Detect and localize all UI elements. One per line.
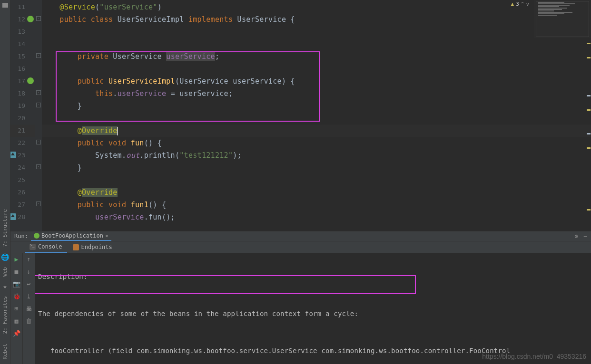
code-line: System.out.println("test121212"); — [42, 149, 591, 162]
gear-icon[interactable]: ⚙ — [575, 233, 578, 239]
close-icon[interactable]: × — [105, 233, 108, 239]
sidebar-tab-favorites[interactable]: 2: Favorites — [1, 293, 9, 336]
wrap-icon[interactable]: ↩ — [25, 280, 33, 287]
inspection-indicators[interactable]: ▲ 3 ^ v — [511, 1, 530, 7]
console-line: Description: — [38, 270, 588, 283]
code-line: private UserService userService; — [42, 50, 591, 63]
code-line: public UserServiceImpl(UserService userS… — [42, 75, 591, 87]
code-line: } — [42, 100, 591, 112]
code-line: public void fun() { — [42, 137, 591, 149]
warning-icon: ▲ — [511, 1, 514, 7]
globe-icon[interactable]: 🌐 — [2, 254, 9, 260]
console-line: The dependencies of some of the beans in… — [38, 307, 588, 320]
code-line: } — [42, 162, 591, 174]
code-line: this.userService = userService; — [42, 87, 591, 100]
code-line — [42, 26, 591, 38]
code-line — [42, 174, 591, 186]
fold-marker-icon[interactable]: - — [36, 90, 41, 95]
run-tab-bootfoo[interactable]: BootFooApplication × — [31, 231, 111, 241]
bug-icon[interactable]: 🐞 — [13, 292, 20, 300]
code-line — [42, 63, 591, 75]
spring-bean-icon[interactable] — [27, 77, 34, 84]
rerun-button[interactable]: ▶ — [13, 255, 20, 263]
stop-button[interactable]: ■ — [13, 268, 20, 275]
project-icon[interactable] — [2, 2, 9, 9]
fold-marker-icon[interactable]: - — [36, 140, 41, 144]
trash-icon[interactable]: 🗑 — [25, 317, 33, 325]
run-sub-tabs: Console Endpoints — [10, 241, 591, 253]
spring-icon — [34, 233, 39, 239]
console-line: fooController (field com.simonking.ws.bo… — [38, 345, 588, 357]
minimap[interactable] — [534, 0, 591, 38]
layout-icon[interactable]: ⊞ — [13, 305, 20, 312]
line-number-gutter[interactable]: 11 12 13 14 15 16 17 18 19 20 21 22 23 2… — [10, 0, 35, 231]
svg-rect-0 — [2, 3, 8, 8]
print-icon[interactable]: 🖶 — [25, 305, 33, 312]
editor-area: ▲ 3 ^ v 11 12 — [10, 0, 591, 231]
fold-marker-icon[interactable]: - — [36, 103, 41, 107]
fold-marker-icon[interactable]: - — [36, 53, 41, 58]
camera-icon[interactable]: 📷 — [13, 280, 20, 287]
console-output[interactable]: Description: The dependencies of some of… — [35, 253, 591, 364]
run-tab-label: BootFooApplication — [41, 232, 103, 239]
run-toolbar-primary: ▶ ■ 📷 🐞 ⊞ ▦ 📌 — [10, 253, 23, 364]
down-arrow-icon[interactable]: ↓ — [25, 268, 33, 275]
fold-marker-icon[interactable]: - — [36, 16, 41, 21]
endpoints-icon — [73, 244, 79, 250]
code-line — [42, 112, 591, 125]
up-arrow-icon[interactable]: ↑ — [25, 255, 33, 263]
run-label: Run: — [14, 233, 28, 239]
main-column: ▲ 3 ^ v 11 12 — [10, 0, 591, 364]
sidebar-tab-web[interactable]: Web — [1, 264, 9, 279]
hide-icon[interactable]: — — [584, 233, 587, 239]
sidebar-tab-rebel[interactable]: Rebel — [1, 341, 9, 362]
warning-count: 3 — [516, 1, 519, 7]
code-line: @Override — [42, 186, 591, 199]
run-body: ▶ ■ 📷 🐞 ⊞ ▦ 📌 ↑ ↓ ↩ ⤓ 🖶 🗑 Description: T… — [10, 253, 591, 364]
code-line: @Override — [42, 125, 591, 137]
run-toolbar-secondary: ↑ ↓ ↩ ⤓ 🖶 🗑 — [23, 253, 35, 364]
expand-icon[interactable]: v — [526, 1, 529, 7]
fold-marker-icon[interactable]: - — [36, 201, 41, 206]
fold-column[interactable]: - - - - - - - — [35, 0, 42, 231]
run-panel: Run: BootFooApplication × ⚙ — Console En… — [10, 231, 591, 364]
code-line: public void fun1() { — [42, 199, 591, 211]
code-line — [42, 38, 591, 50]
layout2-icon[interactable]: ▦ — [13, 317, 20, 325]
pin-icon[interactable]: 📌 — [13, 329, 20, 337]
scroll-icon[interactable]: ⤓ — [25, 292, 33, 300]
code-line: public class UserServiceImpl implements … — [42, 13, 591, 26]
code-line: @Service("userService") — [42, 1, 591, 13]
tab-console[interactable]: Console — [25, 241, 67, 253]
code-line: userService.fun(); — [42, 211, 591, 223]
tab-endpoints[interactable]: Endpoints — [68, 242, 117, 252]
run-panel-header: Run: BootFooApplication × ⚙ — — [10, 231, 591, 241]
code-editor[interactable]: @Service("userService") public class Use… — [42, 0, 591, 231]
collapse-icon[interactable]: ^ — [521, 1, 524, 7]
error-stripe[interactable] — [585, 38, 591, 231]
star-icon[interactable]: ★ — [2, 283, 9, 289]
sidebar-tab-structure[interactable]: 7: Structure — [1, 206, 9, 249]
console-icon — [30, 244, 36, 250]
fold-marker-icon[interactable]: - — [36, 164, 41, 169]
spring-bean-icon[interactable] — [27, 16, 34, 22]
left-tool-strip: 7: Structure 🌐 Web ★ 2: Favorites Rebel — [0, 0, 10, 364]
